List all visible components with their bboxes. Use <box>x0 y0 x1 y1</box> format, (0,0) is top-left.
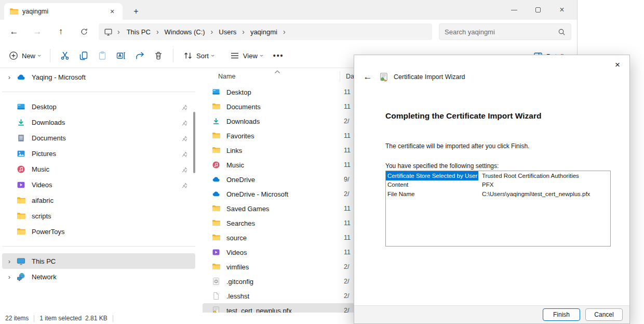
chevron-expand-icon[interactable]: › <box>5 73 14 81</box>
settings-row[interactable]: ContentPFX <box>386 180 610 190</box>
sidebar-item-desktop[interactable]: Desktop <box>2 99 195 114</box>
sidebar-item-label: Network <box>32 273 192 281</box>
rename-icon <box>116 50 126 61</box>
file-row[interactable]: vimfiles2/ <box>203 260 359 274</box>
close-button[interactable]: × <box>550 0 574 20</box>
tab-title: yaqingmi <box>22 8 103 15</box>
cloud-icon <box>212 175 220 184</box>
column-separator[interactable] <box>340 71 340 82</box>
file-row[interactable]: Desktop11 <box>203 85 359 99</box>
sidebar-item-this-pc[interactable]: ›This PC <box>2 253 195 269</box>
file-row[interactable]: test_cert_newplus.pfx2/ <box>203 303 359 313</box>
pin-icon <box>181 119 188 126</box>
new-tab-button[interactable]: + <box>130 5 142 18</box>
refresh-button[interactable] <box>75 22 93 41</box>
file-row[interactable]: source11 <box>203 230 359 245</box>
cancel-button[interactable]: Cancel <box>585 308 623 321</box>
sidebar-scrollbar[interactable] <box>193 112 195 173</box>
file-row[interactable]: Searches11 <box>203 216 359 230</box>
settings-key: Content <box>386 180 478 190</box>
dialog-back-button[interactable]: ← <box>361 72 374 82</box>
settings-row[interactable]: Certificate Store Selected by UserTruste… <box>386 171 610 180</box>
up-button[interactable]: ↑ <box>51 22 70 41</box>
sidebar-item-music[interactable]: Music <box>2 161 195 177</box>
sidebar-item-yaqing-microsoft[interactable]: ›Yaqing - Microsoft <box>2 69 195 85</box>
sidebar-item-label: Music <box>32 165 179 173</box>
sidebar-item-network[interactable]: ›Network <box>2 269 195 284</box>
file-row[interactable]: OneDrive - Microsoft2/ <box>203 187 359 201</box>
chevron-expand-icon[interactable]: › <box>5 273 14 281</box>
search-icon <box>558 28 566 36</box>
sidebar-item-scripts[interactable]: scripts <box>2 208 195 224</box>
download-icon <box>17 118 25 127</box>
sidebar-item-label: This PC <box>32 257 192 265</box>
file-row[interactable]: .lesshst2/ <box>203 289 359 303</box>
videos-icon <box>17 180 25 189</box>
cut-button[interactable] <box>56 47 74 64</box>
chevron-down-icon: › <box>36 55 43 57</box>
pin-icon <box>181 182 188 188</box>
new-button[interactable]: New › <box>4 47 45 64</box>
column-header-name[interactable]: Name <box>203 73 235 80</box>
sidebar-item-documents[interactable]: Documents <box>2 130 195 146</box>
settings-row[interactable]: File NameC:\Users\yaqingmi\test_cert_new… <box>386 189 610 199</box>
settings-table[interactable]: Certificate Store Selected by UserTruste… <box>385 171 611 247</box>
file-row[interactable]: Documents11 <box>203 99 359 114</box>
back-button[interactable]: ← <box>5 22 23 41</box>
sidebar-item-pictures[interactable]: Pictures <box>2 146 195 161</box>
chevron-down-icon: › <box>209 55 217 57</box>
file-row[interactable]: Music11 <box>203 158 359 172</box>
file-row[interactable]: Saved Games11 <box>203 201 359 216</box>
dialog-close-button[interactable]: × <box>610 58 625 72</box>
chevron-right-icon: › <box>281 28 287 36</box>
breadcrumb-item[interactable]: This PC <box>123 27 155 37</box>
tab-close-icon[interactable]: × <box>107 6 117 17</box>
sidebar-item-label: aifabric <box>32 197 192 204</box>
copy-button[interactable] <box>74 47 93 64</box>
file-row[interactable]: .gitconfig2/ <box>203 274 359 289</box>
sort-button[interactable]: Sort › <box>179 47 218 64</box>
chevron-expand-icon[interactable]: › <box>5 257 14 265</box>
file-name: .gitconfig <box>226 278 344 286</box>
thispc-icon <box>17 257 25 266</box>
download-icon <box>212 117 220 125</box>
forward-button[interactable]: → <box>28 22 47 41</box>
explorer-tab[interactable]: yaqingmi × <box>4 3 123 20</box>
folder-icon <box>17 212 25 221</box>
desktop-icon <box>17 102 25 111</box>
cloud-icon <box>17 73 25 82</box>
breadcrumb-item[interactable]: Windows (C:) <box>160 27 209 37</box>
rename-button[interactable] <box>112 47 130 64</box>
more-options-button[interactable]: ••• <box>267 51 290 60</box>
sidebar-item-label: scripts <box>32 212 192 220</box>
circle-plus-icon <box>8 50 19 61</box>
file-name: Links <box>226 147 344 154</box>
sidebar-item-videos[interactable]: Videos <box>2 177 195 192</box>
minimize-button[interactable] <box>502 0 526 20</box>
breadcrumb-item[interactable]: yaqingmi <box>246 27 281 37</box>
file-row[interactable]: Links11 <box>203 143 359 158</box>
delete-button[interactable] <box>149 47 168 64</box>
file-row[interactable]: OneDrive9/ <box>203 172 359 187</box>
file-name: OneDrive <box>226 176 344 184</box>
finish-button[interactable]: Finish <box>543 308 580 321</box>
paste-icon <box>97 50 108 61</box>
folder-icon <box>212 219 220 227</box>
file-row[interactable]: Videos11 <box>203 245 359 260</box>
item-count: 22 items <box>5 315 29 322</box>
file-row[interactable]: Favorites11 <box>203 128 359 143</box>
share-button[interactable] <box>130 47 149 64</box>
sidebar-item-downloads[interactable]: Downloads <box>2 114 195 130</box>
view-button[interactable]: View › <box>225 47 267 64</box>
file-row[interactable]: Downloads2/ <box>203 114 359 128</box>
maximize-button[interactable] <box>526 0 550 20</box>
sidebar-divider <box>2 92 195 92</box>
search-box[interactable] <box>439 23 571 40</box>
refresh-icon <box>80 28 88 36</box>
breadcrumb-item[interactable]: Users <box>214 27 240 37</box>
sidebar-item-powertoys[interactable]: PowerToys <box>2 224 195 239</box>
sidebar-item-aifabric[interactable]: aifabric <box>2 192 195 208</box>
paste-button[interactable] <box>93 47 112 64</box>
column-header-date[interactable]: Da <box>346 73 354 80</box>
search-input[interactable] <box>445 28 558 36</box>
